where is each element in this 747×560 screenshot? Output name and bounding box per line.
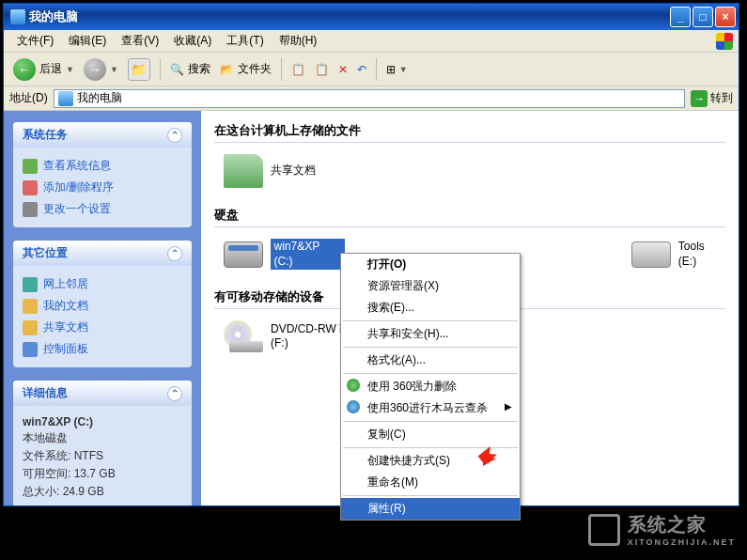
collapse-icon[interactable]: ⌃ — [167, 246, 182, 261]
menubar: 文件(F) 编辑(E) 查看(V) 收藏(A) 工具(T) 帮助(H) — [4, 30, 739, 53]
dropdown-icon[interactable]: ▼ — [66, 65, 74, 74]
task-add-remove[interactable]: 添加/删除程序 — [23, 177, 182, 198]
submenu-arrow-icon: ▶ — [505, 401, 512, 412]
ctx-properties[interactable]: 属性(R) — [341, 498, 520, 520]
computer-icon — [58, 91, 73, 106]
computer-icon — [10, 9, 25, 24]
ctx-search[interactable]: 搜索(E)... — [341, 297, 520, 319]
menu-file[interactable]: 文件(F) — [9, 33, 61, 49]
other-places-panel: 其它位置 ⌃ 网上邻居 我的文档 共享文档 控制面板 — [13, 241, 192, 367]
copyto-icon: 📋 — [315, 63, 329, 76]
address-input[interactable]: 我的电脑 — [54, 89, 685, 108]
menu-help[interactable]: 帮助(H) — [272, 33, 325, 49]
titlebar[interactable]: 我的电脑 _ □ × — [4, 4, 739, 30]
dropdown-icon[interactable]: ▼ — [110, 65, 118, 74]
ctx-format[interactable]: 格式化(A)... — [341, 350, 520, 371]
ctx-share[interactable]: 共享和安全(H)... — [341, 323, 520, 345]
minimize-button[interactable]: _ — [670, 7, 691, 27]
shared-icon — [23, 320, 38, 335]
address-label: 地址(D) — [9, 90, 48, 106]
collapse-icon[interactable]: ⌃ — [167, 128, 182, 143]
cd-drive-icon — [224, 320, 263, 352]
go-arrow-icon: → — [691, 90, 708, 107]
place-mydocs[interactable]: 我的文档 — [23, 295, 182, 317]
ctx-360-delete[interactable]: 使用 360强力删除 — [341, 376, 520, 397]
settings-icon — [23, 202, 38, 217]
maximize-button[interactable]: □ — [693, 7, 713, 27]
detail-filesystem: 文件系统: NTFS — [23, 448, 182, 464]
place-shareddocs[interactable]: 共享文档 — [23, 317, 182, 338]
detail-totalsize: 总大小: 24.9 GB — [23, 484, 182, 500]
forward-button[interactable]: → ▼ — [80, 56, 122, 83]
collapse-icon[interactable]: ⌃ — [167, 386, 182, 401]
views-icon: ⊞ — [386, 63, 396, 76]
delete-button[interactable]: ✕ — [335, 61, 351, 78]
undo-icon: ↶ — [357, 63, 366, 76]
drive-e-label: Tools (E:) — [678, 240, 725, 269]
mydocs-icon — [23, 299, 38, 314]
panel-header[interactable]: 系统任务 ⌃ — [13, 122, 192, 148]
watermark: 系统之家 XITONGZHIJIA.NET — [588, 512, 736, 547]
views-button[interactable]: ⊞▼ — [382, 61, 412, 78]
item-dvd-drive[interactable]: DVD/CD-RW 驱(F:) — [224, 320, 350, 352]
ctx-360-scan[interactable]: 使用360进行木马云查杀▶ — [341, 397, 520, 419]
back-arrow-icon: ← — [13, 58, 36, 81]
panel-header[interactable]: 详细信息 ⌃ — [13, 381, 192, 406]
menu-favorites[interactable]: 收藏(A) — [166, 33, 219, 49]
cpanel-icon — [23, 342, 38, 357]
close-button[interactable]: × — [715, 7, 736, 27]
go-button[interactable]: → 转到 — [691, 90, 733, 107]
360-icon — [347, 379, 360, 392]
360-scan-icon — [347, 400, 360, 413]
sysinfo-icon — [23, 159, 38, 174]
detail-freespace: 可用空间: 13.7 GB — [23, 466, 182, 482]
section-hard-disks: 硬盘 — [214, 207, 725, 227]
details-panel: 详细信息 ⌃ win7&XP (C:) 本地磁盘 文件系统: NTFS 可用空间… — [13, 381, 192, 506]
context-menu: 打开(O) 资源管理器(X) 搜索(E)... 共享和安全(H)... 格式化(… — [340, 253, 521, 521]
folders-icon: 📂 — [220, 63, 234, 76]
drive-c-label: win7&XP (C:) — [271, 239, 345, 270]
window-title: 我的电脑 — [29, 8, 78, 25]
toolbar: ← 后退 ▼ → ▼ 📁 🔍 搜索 📂 文件夹 📋 📋 ✕ ↶ ⊞▼ — [4, 53, 739, 86]
undo-button[interactable]: ↶ — [353, 61, 370, 78]
hdd-icon — [224, 241, 263, 268]
ctx-explorer[interactable]: 资源管理器(X) — [341, 275, 520, 297]
windows-logo-icon — [716, 33, 733, 50]
moveto-icon: 📋 — [291, 63, 305, 76]
network-icon — [23, 277, 38, 292]
programs-icon — [23, 180, 38, 195]
task-view-sysinfo[interactable]: 查看系统信息 — [23, 155, 182, 177]
menu-edit[interactable]: 编辑(E) — [61, 33, 114, 49]
menu-tools[interactable]: 工具(T) — [219, 33, 271, 49]
back-button[interactable]: ← 后退 ▼ — [9, 56, 78, 83]
search-icon: 🔍 — [170, 63, 184, 76]
search-button[interactable]: 🔍 搜索 — [166, 59, 214, 79]
sidebar: 系统任务 ⌃ 查看系统信息 添加/删除程序 更改一个设置 其它位置 ⌃ 网上邻居… — [4, 111, 201, 506]
section-stored-files: 在这台计算机上存储的文件 — [214, 122, 725, 143]
item-shared-documents[interactable]: 共享文档 — [224, 154, 316, 188]
delete-icon: ✕ — [338, 63, 348, 76]
forward-arrow-icon: → — [84, 58, 106, 81]
address-bar: 地址(D) 我的电脑 → 转到 — [4, 86, 739, 111]
ctx-copy[interactable]: 复制(C) — [341, 424, 520, 445]
item-drive-e[interactable]: Tools (E:) — [631, 240, 725, 269]
place-controlpanel[interactable]: 控制面板 — [23, 338, 182, 360]
ctx-rename[interactable]: 重命名(M) — [341, 472, 520, 493]
folders-button[interactable]: 📂 文件夹 — [216, 59, 275, 79]
panel-header[interactable]: 其它位置 ⌃ — [13, 241, 192, 266]
system-tasks-panel: 系统任务 ⌃ 查看系统信息 添加/删除程序 更改一个设置 — [13, 122, 192, 227]
move-to-button[interactable]: 📋 — [288, 61, 309, 78]
menu-view[interactable]: 查看(V) — [114, 33, 166, 49]
place-network[interactable]: 网上邻居 — [23, 273, 182, 295]
item-drive-c[interactable]: win7&XP (C:) — [224, 239, 345, 270]
ctx-open[interactable]: 打开(O) — [341, 254, 520, 275]
detail-drive-type: 本地磁盘 — [23, 430, 182, 446]
copy-to-button[interactable]: 📋 — [311, 61, 333, 78]
detail-drive-name: win7&XP (C:) — [23, 415, 182, 428]
watermark-logo-icon — [588, 514, 620, 546]
up-button[interactable]: 📁 — [124, 56, 154, 83]
ctx-create-shortcut[interactable]: 创建快捷方式(S) — [341, 450, 520, 472]
folder-icon — [224, 154, 263, 188]
folder-up-icon: 📁 — [128, 58, 150, 81]
task-change-setting[interactable]: 更改一个设置 — [23, 198, 182, 220]
